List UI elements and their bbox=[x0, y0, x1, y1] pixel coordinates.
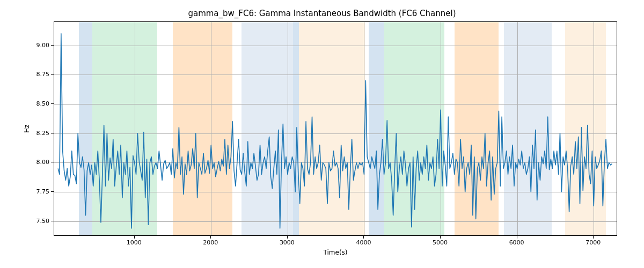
x-tick-label: 5000 bbox=[433, 239, 448, 246]
y-tick-label: 7.75 bbox=[36, 188, 50, 195]
y-tick-mark bbox=[51, 45, 54, 46]
y-tick-mark bbox=[51, 74, 54, 75]
data-line bbox=[54, 22, 617, 235]
x-tick-mark bbox=[440, 236, 441, 239]
x-tick-label: 1000 bbox=[127, 239, 142, 246]
plot-area bbox=[54, 21, 617, 236]
y-tick-mark bbox=[51, 191, 54, 192]
chart-title: gamma_bw_FC6: Gamma Instantaneous Bandwi… bbox=[0, 9, 644, 18]
y-tick-mark bbox=[51, 103, 54, 104]
y-tick-label: 8.75 bbox=[36, 71, 50, 78]
y-tick-label: 9.00 bbox=[36, 41, 50, 48]
y-tick-mark bbox=[51, 221, 54, 221]
y-axis-label: Hz bbox=[23, 124, 31, 132]
y-tick-mark bbox=[51, 133, 54, 133]
x-tick-mark bbox=[593, 236, 594, 239]
y-tick-label: 8.50 bbox=[36, 100, 50, 107]
x-tick-mark bbox=[134, 236, 135, 239]
chart-figure: gamma_bw_FC6: Gamma Instantaneous Bandwi… bbox=[0, 0, 644, 268]
y-tick-label: 7.50 bbox=[36, 217, 50, 224]
x-tick-mark bbox=[210, 236, 211, 239]
y-tick-label: 8.00 bbox=[36, 159, 50, 166]
x-tick-label: 3000 bbox=[280, 239, 295, 246]
x-tick-label: 2000 bbox=[203, 239, 218, 246]
x-tick-label: 6000 bbox=[509, 239, 524, 246]
x-tick-mark bbox=[517, 236, 517, 239]
y-tick-mark bbox=[51, 162, 54, 162]
x-tick-mark bbox=[287, 236, 288, 239]
x-tick-label: 7000 bbox=[586, 239, 601, 246]
x-axis-label: Time(s) bbox=[324, 249, 348, 256]
x-tick-mark bbox=[363, 236, 364, 239]
y-tick-label: 8.25 bbox=[36, 129, 50, 136]
x-tick-label: 4000 bbox=[356, 239, 371, 246]
